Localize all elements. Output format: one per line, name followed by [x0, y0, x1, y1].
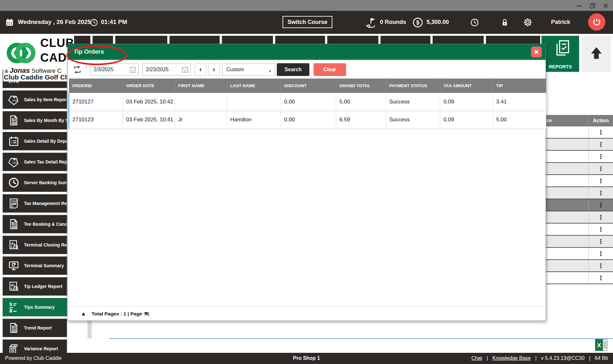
column-header-payment-status[interactable]: PAYMENT STATUS: [386, 79, 440, 93]
table-cell: 0.00: [281, 93, 336, 111]
row-action-button[interactable]: [588, 151, 613, 162]
column-header-first-name[interactable]: FIRST NAME: [175, 79, 227, 93]
sidebar-item-sales-by-month-by-s[interactable]: $Sales By Month By S: [3, 111, 67, 130]
background-table-row[interactable]: [545, 175, 613, 187]
background-table-row[interactable]: [545, 163, 613, 175]
power-button[interactable]: [588, 13, 605, 31]
date-range-select[interactable]: Custom: [222, 64, 275, 76]
row-action-button[interactable]: [588, 224, 613, 235]
sidebar-item-label: Tips Summary: [24, 305, 55, 310]
sidebar-item-tee-booking-canc[interactable]: $Tee Booking & Canc: [3, 215, 67, 233]
sidebar-item-label: Tax Management Re: [24, 201, 67, 206]
search-button[interactable]: Search: [277, 63, 309, 76]
sidebar-item-tip-ledger-report[interactable]: $=%Tip Ledger Report: [3, 277, 67, 296]
sidebar-item-tips-summary[interactable]: $Tips Summary: [3, 298, 67, 316]
background-table-header: ce Action: [545, 115, 613, 126]
row-action-button[interactable]: [588, 163, 613, 174]
modal-title: Tip Orders: [73, 48, 104, 55]
previous-range-button[interactable]: [195, 64, 206, 76]
logged-in-user[interactable]: Patrick: [551, 19, 570, 26]
refresh-icon[interactable]: [73, 65, 82, 74]
modal-pagination: Total Pages : 1 | Page : 1: [68, 307, 546, 321]
rounds-count[interactable]: 0 Rounds: [380, 19, 406, 26]
sidebar-item-server-banking-sum[interactable]: Server Banking Sum: [3, 173, 67, 192]
chat-link[interactable]: Chat: [471, 355, 482, 361]
column-header-grand-total[interactable]: GRAND TOTAL: [336, 79, 386, 93]
sidebar-item-sales-by-item-repor[interactable]: SALESales by Item Repor: [3, 90, 67, 109]
table-header-row: ORDERIDORDER DATEFIRST NAMELAST NAMEDISC…: [69, 79, 546, 93]
modal-close-icon[interactable]: [531, 47, 542, 57]
background-table-row[interactable]: [545, 126, 613, 139]
calendar-picker-icon[interactable]: 14: [129, 66, 137, 73]
row-action-button[interactable]: [588, 199, 613, 211]
background-table-rows: [545, 126, 613, 284]
background-table-row[interactable]: [545, 187, 613, 199]
row-action-button[interactable]: [588, 187, 613, 199]
time-clock-icon[interactable]: [470, 18, 479, 27]
panel-divider-line: [109, 338, 613, 339]
row-action-button[interactable]: [588, 211, 613, 223]
sidebar-item-label: Sales Detail By Depa: [24, 139, 67, 144]
sidebar-item-trend-report[interactable]: $Trend Report: [3, 319, 67, 337]
row-action-button[interactable]: [588, 126, 613, 138]
svg-text:$=: $=: [11, 287, 14, 290]
calendar-picker-icon[interactable]: 14: [181, 66, 189, 73]
column-header-tip[interactable]: TIP: [493, 79, 546, 93]
table-body: 271012703 Feb 2025, 10:42 A0.005.00Succe…: [69, 93, 546, 129]
restore-icon[interactable]: [587, 3, 597, 9]
minimize-icon[interactable]: [574, 3, 584, 9]
knowledge-base-link[interactable]: Knowledge Base: [492, 355, 531, 361]
row-action-button[interactable]: [588, 236, 613, 247]
background-table-row[interactable]: [545, 260, 613, 272]
table-cell: 03 Feb 2025, 10:42 A: [123, 93, 175, 111]
sidebar-item-sales-detail-by-depa[interactable]: Sales Detail By Depa: [3, 132, 67, 150]
table-row[interactable]: 271012303 Feb 2025, 10:41 AJrHamilton0.0…: [69, 111, 546, 129]
sidebar-item-terminal-closing-re[interactable]: $=%Terminal Closing Re: [3, 236, 67, 254]
background-table-row[interactable]: [545, 236, 613, 248]
club-caddie-logo-icon: [4, 37, 38, 69]
background-table-row[interactable]: [545, 151, 613, 163]
column-header-last-name[interactable]: LAST NAME: [227, 79, 281, 93]
column-header-discount[interactable]: DISCOUNT: [281, 79, 336, 93]
separator: |: [535, 355, 536, 361]
row-action-button[interactable]: [588, 248, 613, 259]
background-table-row[interactable]: [545, 211, 613, 224]
excel-export-button[interactable]: X: [595, 339, 608, 351]
gear-icon[interactable]: [523, 17, 533, 27]
table-cell: Success: [386, 111, 440, 129]
sidebar-item-label: Variance Report: [24, 346, 58, 351]
column-header-order-date[interactable]: ORDER DATE: [123, 79, 175, 93]
page-down-icon[interactable]: [143, 311, 149, 317]
table-cell: 0.09: [440, 111, 493, 129]
tab-reports[interactable]: REPORTS: [541, 36, 579, 72]
row-action-button[interactable]: [588, 272, 613, 284]
collapse-menu-button[interactable]: [582, 36, 611, 72]
balance-amount[interactable]: 5,300.00: [427, 19, 449, 26]
background-table-row[interactable]: [545, 139, 613, 151]
switch-course-button[interactable]: Switch Course: [283, 16, 332, 28]
row-action-button[interactable]: [588, 139, 613, 150]
reports-tile-label: REPORTS: [541, 64, 579, 69]
sale-tag-icon: SALE: [8, 156, 19, 168]
table-row[interactable]: 271012703 Feb 2025, 10:42 A0.005.00Succe…: [69, 93, 546, 111]
close-window-icon[interactable]: [601, 3, 610, 9]
sidebar-item-sales-tax-detail-rep[interactable]: SALESales Tax Detail Rep: [3, 153, 67, 171]
sidebar-item-terminal-summary[interactable]: Terminal Summary: [3, 256, 67, 275]
row-action-button[interactable]: [588, 260, 613, 271]
page-up-icon[interactable]: [81, 311, 86, 317]
background-table-row[interactable]: [545, 248, 613, 260]
svg-text:$: $: [11, 325, 14, 330]
chart-magnifier-icon: $=%: [8, 281, 19, 292]
sidebar-item-tax-management-re[interactable]: TAX$=Tax Management Re: [3, 194, 67, 213]
background-table-row[interactable]: [545, 199, 613, 211]
clear-button[interactable]: Clear: [314, 63, 346, 76]
column-header-orderid[interactable]: ORDERID: [69, 79, 123, 93]
svg-text:$: $: [11, 117, 14, 122]
reports-icon: [554, 39, 571, 57]
background-table-row[interactable]: [545, 224, 613, 236]
row-action-button[interactable]: [588, 175, 613, 186]
column-header-tax-amount[interactable]: TAX AMOUNT: [440, 79, 493, 93]
next-range-button[interactable]: [208, 64, 220, 76]
background-table-row[interactable]: [545, 272, 613, 284]
lock-icon[interactable]: [501, 18, 509, 27]
